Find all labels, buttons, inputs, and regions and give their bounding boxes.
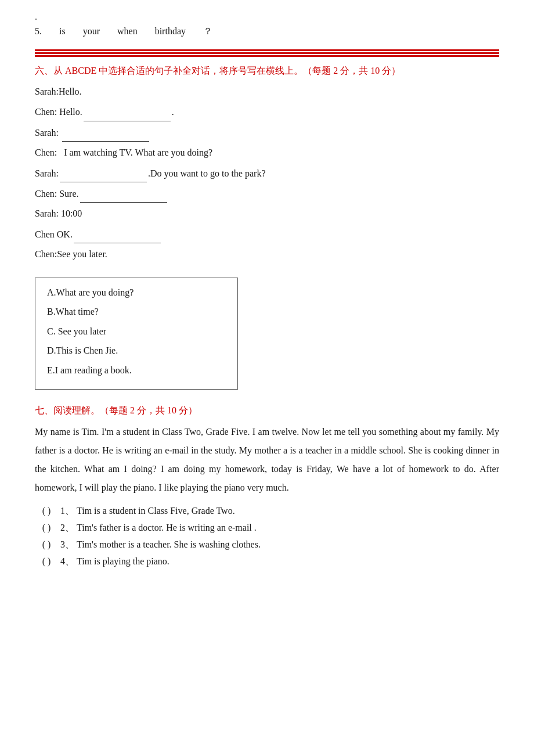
dialog-line-sarah-1: Sarah:Hello. (35, 83, 499, 100)
options-box: A.What are you doing? B.What time? C. Se… (35, 278, 238, 390)
section-7-header: 七、阅读理解。（每题 2 分，共 10 分） (35, 405, 499, 417)
tf-bracket-2[interactable]: ( ) (35, 523, 58, 533)
speaker-chen-4: Chen OK. (35, 229, 162, 239)
divider-line-2 (35, 52, 499, 54)
speaker-sarah-4: Sarah: 10:00 (35, 208, 82, 218)
q5-word4: birthday (155, 26, 186, 37)
blank-sarah-3[interactable] (60, 164, 147, 182)
speaker-chen-5: Chen:See you later. (35, 249, 107, 259)
dialog-line-chen-5: Chen:See you later. (35, 246, 499, 263)
tf-text-4: Tim is playing the piano. (77, 556, 169, 567)
option-b: B.What time? (47, 304, 226, 319)
tf-item-1: ( ) 1、 Tim is a student in Class Five, G… (35, 505, 499, 517)
speaker-chen-3: Chen: Sure. (35, 189, 168, 199)
tf-bracket-1[interactable]: ( ) (35, 506, 58, 516)
tf-number-1: 1、 (60, 505, 74, 517)
q5-number: 5. (35, 26, 42, 37)
tf-bracket-3[interactable]: ( ) (35, 539, 58, 550)
speaker-chen-1: Chen: Hello. . (35, 107, 174, 117)
reading-passage: My name is Tim. I'm a student in Class T… (35, 423, 499, 497)
blank-chen-4[interactable] (74, 225, 161, 243)
divider-line-1 (35, 49, 499, 51)
dialog-line-sarah-4: Sarah: 10:00 (35, 205, 499, 222)
q5-word2: your (83, 26, 100, 37)
option-d: D.This is Chen Jie. (47, 343, 226, 358)
blank-sarah-2[interactable] (62, 124, 149, 142)
dialog-line-chen-1: Chen: Hello. . (35, 103, 499, 121)
dialog-line-sarah-3: Sarah: .Do you want to go to the park? (35, 164, 499, 182)
dot-marker: . (35, 12, 499, 22)
dialog-line-chen-2: Chen: I am watching TV. What are you doi… (35, 144, 499, 161)
dialog-block: Sarah:Hello. Chen: Hello. . Sarah: Chen:… (35, 83, 499, 264)
tf-bracket-4[interactable]: ( ) (35, 556, 58, 567)
tf-item-3: ( ) 3、 Tim's mother is a teacher. She is… (35, 539, 499, 551)
dialog-line-sarah-2: Sarah: (35, 124, 499, 142)
tf-text-1: Tim is a student in Class Five, Grade Tw… (77, 506, 235, 516)
q5-word1: is (59, 26, 66, 37)
blank-chen-3[interactable] (80, 185, 167, 203)
tf-number-3: 3、 (60, 539, 74, 551)
option-c: C. See you later (47, 324, 226, 339)
option-e: E.I am reading a book. (47, 363, 226, 378)
tf-text-3: Tim's mother is a teacher. She is washin… (77, 539, 261, 550)
tf-number-4: 4、 (60, 556, 74, 568)
divider-line-3 (35, 55, 499, 57)
divider-section (35, 49, 499, 57)
tf-text-2: Tim's father is a doctor. He is writing … (77, 523, 257, 533)
question-5: 5. is your when birthday ？ (35, 26, 499, 38)
tf-item-4: ( ) 4、 Tim is playing the piano. (35, 556, 499, 568)
speaker-sarah-2: Sarah: (35, 128, 150, 138)
tf-item-2: ( ) 2、 Tim's father is a doctor. He is w… (35, 522, 499, 534)
option-a: A.What are you doing? (47, 285, 226, 300)
dialog-line-chen-3: Chen: Sure. (35, 185, 499, 203)
dialog-line-chen-4: Chen OK. (35, 225, 499, 243)
speaker-sarah-1: Sarah:Hello. (35, 87, 81, 96)
tf-questions: ( ) 1、 Tim is a student in Class Five, G… (35, 505, 499, 568)
blank-chen-1[interactable] (84, 103, 171, 121)
section-6-header: 六、从 ABCDE 中选择合适的句子补全对话，将序号写在横线上。（每题 2 分，… (35, 65, 499, 77)
speaker-sarah-3: Sarah: .Do you want to go to the park? (35, 168, 266, 178)
q5-word3: when (117, 26, 138, 37)
speaker-chen-2: Chen: I am watching TV. What are you doi… (35, 147, 212, 157)
tf-number-2: 2、 (60, 522, 74, 534)
q5-punct: ？ (203, 26, 212, 38)
